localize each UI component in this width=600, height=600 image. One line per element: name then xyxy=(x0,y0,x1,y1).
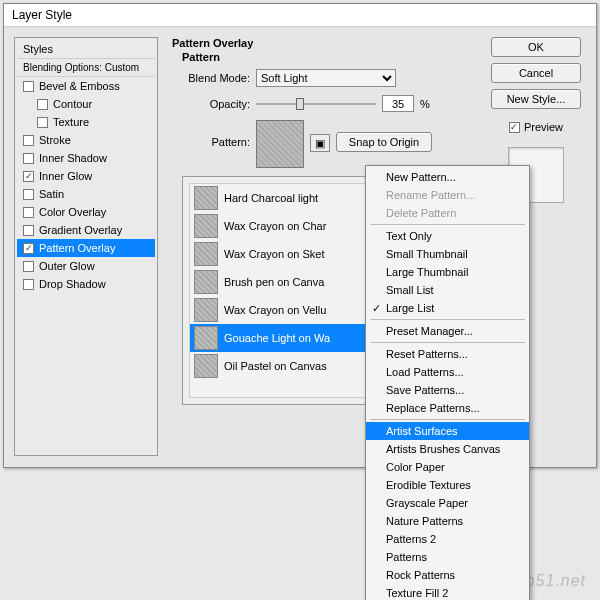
menu-item[interactable]: Grayscale Paper xyxy=(366,494,529,512)
pattern-thumbnail xyxy=(194,326,218,350)
menu-item[interactable]: Large List xyxy=(366,299,529,317)
menu-item[interactable]: Save Patterns... xyxy=(366,381,529,399)
menu-item[interactable]: Nature Patterns xyxy=(366,512,529,530)
menu-item[interactable]: Text Only xyxy=(366,227,529,245)
menu-item[interactable]: Texture Fill 2 xyxy=(366,584,529,600)
style-checkbox[interactable] xyxy=(23,243,34,254)
menu-separator xyxy=(370,224,525,225)
style-row[interactable]: Inner Glow xyxy=(17,167,155,185)
menu-item[interactable]: Artists Brushes Canvas xyxy=(366,440,529,458)
menu-item[interactable]: Patterns 2 xyxy=(366,530,529,548)
styles-header[interactable]: Styles xyxy=(17,40,155,59)
style-row[interactable]: Pattern Overlay xyxy=(17,239,155,257)
style-checkbox[interactable] xyxy=(23,279,34,290)
blend-mode-select[interactable]: Soft Light xyxy=(256,69,396,87)
pattern-name: Wax Crayon on Sket xyxy=(224,248,324,260)
blending-options[interactable]: Blending Options: Custom xyxy=(17,59,155,77)
pattern-thumbnail xyxy=(194,242,218,266)
style-label: Satin xyxy=(39,188,64,200)
blend-mode-label: Blend Mode: xyxy=(182,72,250,84)
style-label: Drop Shadow xyxy=(39,278,106,290)
style-row[interactable]: Inner Shadow xyxy=(17,149,155,167)
style-row[interactable]: Contour xyxy=(17,95,155,113)
menu-separator xyxy=(370,342,525,343)
pattern-list-item[interactable]: Wax Crayon on Char xyxy=(190,212,369,240)
pattern-swatch[interactable] xyxy=(256,120,304,168)
menu-item[interactable]: Load Patterns... xyxy=(366,363,529,381)
style-checkbox[interactable] xyxy=(23,171,34,182)
section-subtitle: Pattern xyxy=(182,51,472,63)
menu-item[interactable]: Rock Patterns xyxy=(366,566,529,584)
ok-button[interactable]: OK xyxy=(491,37,581,57)
style-label: Pattern Overlay xyxy=(39,242,115,254)
pattern-name: Brush pen on Canva xyxy=(224,276,324,288)
pattern-list-item[interactable]: Hard Charcoal light xyxy=(190,184,369,212)
style-checkbox[interactable] xyxy=(23,153,34,164)
preview-label: Preview xyxy=(524,121,563,133)
pattern-thumbnail xyxy=(194,354,218,378)
pattern-name: Wax Crayon on Vellu xyxy=(224,304,326,316)
pattern-label: Pattern: xyxy=(182,136,250,148)
style-checkbox[interactable] xyxy=(23,81,34,92)
pattern-thumbnail xyxy=(194,270,218,294)
pattern-name: Gouache Light on Wa xyxy=(224,332,330,344)
opacity-slider[interactable] xyxy=(256,97,376,111)
opacity-unit: % xyxy=(420,98,430,110)
opacity-label: Opacity: xyxy=(182,98,250,110)
opacity-input[interactable] xyxy=(382,95,414,112)
pattern-list-item[interactable]: Oil Pastel on Canvas xyxy=(190,352,369,380)
style-label: Texture xyxy=(53,116,89,128)
menu-item[interactable]: Small List xyxy=(366,281,529,299)
pattern-list-item[interactable]: Gouache Light on Wa xyxy=(190,324,369,352)
style-row[interactable]: Texture xyxy=(17,113,155,131)
new-style-button[interactable]: New Style... xyxy=(491,89,581,109)
preview-checkbox[interactable] xyxy=(509,122,520,133)
style-row[interactable]: Gradient Overlay xyxy=(17,221,155,239)
menu-separator xyxy=(370,319,525,320)
pattern-name: Oil Pastel on Canvas xyxy=(224,360,327,372)
menu-separator xyxy=(370,419,525,420)
menu-item[interactable]: Replace Patterns... xyxy=(366,399,529,417)
style-checkbox[interactable] xyxy=(37,117,48,128)
menu-item[interactable]: Preset Manager... xyxy=(366,322,529,340)
pattern-flyout-menu[interactable]: New Pattern...Rename Pattern...Delete Pa… xyxy=(365,165,530,600)
menu-item[interactable]: Color Paper xyxy=(366,458,529,476)
menu-item[interactable]: Artist Surfaces xyxy=(366,422,529,440)
style-checkbox[interactable] xyxy=(37,99,48,110)
menu-item: Rename Pattern... xyxy=(366,186,529,204)
section-title: Pattern Overlay xyxy=(172,37,472,49)
style-row[interactable]: Drop Shadow xyxy=(17,275,155,293)
style-checkbox[interactable] xyxy=(23,135,34,146)
watermark: jb51.net xyxy=(521,572,586,590)
style-label: Bevel & Emboss xyxy=(39,80,120,92)
menu-item[interactable]: New Pattern... xyxy=(366,168,529,186)
style-row[interactable]: Bevel & Emboss xyxy=(17,77,155,95)
new-preset-icon[interactable]: ▣ xyxy=(310,134,330,152)
menu-item[interactable]: Small Thumbnail xyxy=(366,245,529,263)
pattern-list-item[interactable]: Wax Crayon on Vellu xyxy=(190,296,369,324)
pattern-name: Wax Crayon on Char xyxy=(224,220,326,232)
style-checkbox[interactable] xyxy=(23,225,34,236)
menu-item[interactable]: Erodible Textures xyxy=(366,476,529,494)
style-label: Stroke xyxy=(39,134,71,146)
style-checkbox[interactable] xyxy=(23,189,34,200)
dialog-titlebar[interactable]: Layer Style xyxy=(4,4,596,27)
pattern-list-item[interactable]: Brush pen on Canva xyxy=(190,268,369,296)
style-checkbox[interactable] xyxy=(23,261,34,272)
style-row[interactable]: Stroke xyxy=(17,131,155,149)
style-checkbox[interactable] xyxy=(23,207,34,218)
menu-item[interactable]: Reset Patterns... xyxy=(366,345,529,363)
pattern-picker: Hard Charcoal lightWax Crayon on CharWax… xyxy=(182,176,377,405)
menu-item[interactable]: Patterns xyxy=(366,548,529,566)
cancel-button[interactable]: Cancel xyxy=(491,63,581,83)
menu-item[interactable]: Large Thumbnail xyxy=(366,263,529,281)
pattern-list-item[interactable]: Wax Crayon on Sket xyxy=(190,240,369,268)
style-row[interactable]: Satin xyxy=(17,185,155,203)
pattern-thumbnail xyxy=(194,214,218,238)
style-row[interactable]: Outer Glow xyxy=(17,257,155,275)
style-label: Inner Glow xyxy=(39,170,92,182)
style-label: Color Overlay xyxy=(39,206,106,218)
style-row[interactable]: Color Overlay xyxy=(17,203,155,221)
pattern-name: Hard Charcoal light xyxy=(224,192,318,204)
snap-to-origin-button[interactable]: Snap to Origin xyxy=(336,132,432,152)
